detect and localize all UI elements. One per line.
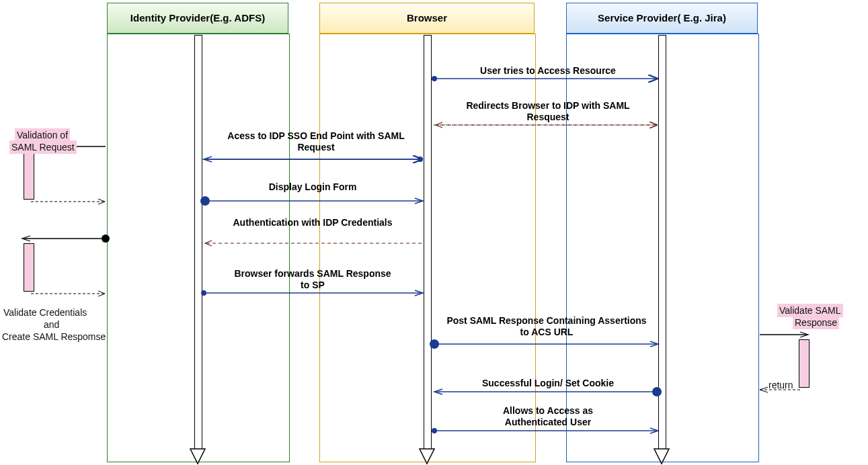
note-n3-line2: Response [793, 316, 839, 329]
msg-m9: Allows to Access as Authenticated User [471, 405, 625, 428]
msg-m5: Authentication with IDP Credentials [229, 217, 397, 228]
svg-point-11 [200, 196, 210, 206]
msg-m3: Acess to IDP SSO End Point with SAML Req… [215, 130, 417, 153]
msg-m7: Post SAML Response Containing Assertions… [442, 315, 651, 338]
svg-point-18 [652, 387, 662, 396]
msg-m4: Display Login Form [235, 181, 390, 193]
msg-m6: Browser forwards SAML Response to SP [229, 268, 397, 291]
svg-point-16 [430, 339, 439, 349]
svg-point-20 [432, 428, 437, 433]
msg-m1: User tries to Access Resource [447, 65, 649, 77]
activation-n3 [799, 339, 810, 388]
activation-n2 [24, 243, 34, 292]
svg-point-9 [418, 157, 423, 162]
svg-point-4 [432, 76, 437, 81]
arrows-layer [0, 0, 868, 465]
svg-point-14 [201, 290, 206, 296]
activation-n1 [24, 151, 34, 200]
note-n4: return [766, 378, 795, 392]
note-n1-line2: SAML Request [9, 140, 77, 154]
svg-point-24 [102, 235, 110, 243]
msg-m8: Successful Login/ Set Cookie [457, 378, 639, 389]
note-n2-line3: Create SAML Respomse [0, 330, 108, 343]
msg-m2: Redirects Browser to IDP with SAML Resqu… [457, 100, 639, 123]
